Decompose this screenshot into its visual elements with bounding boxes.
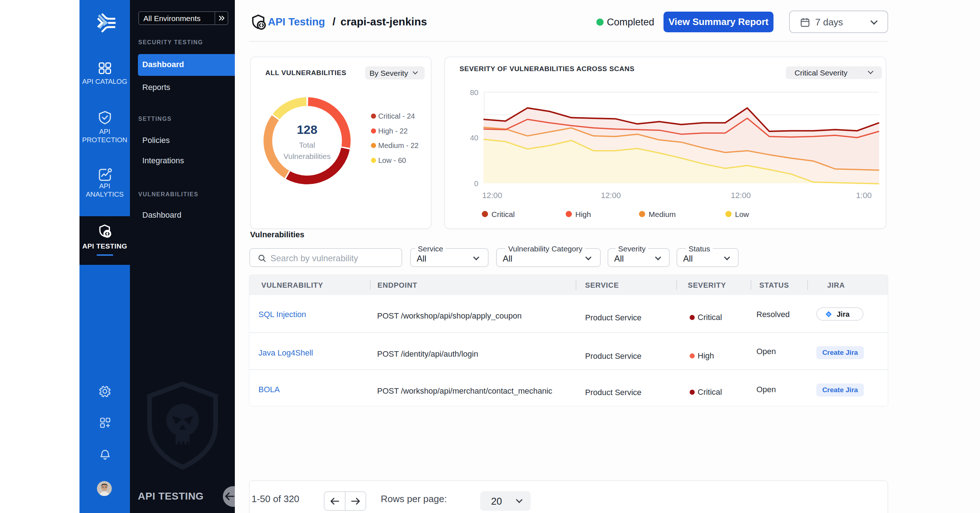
svg-text:12:00: 12:00 — [601, 191, 620, 200]
svg-text:12:00: 12:00 — [482, 191, 502, 200]
svg-text:40: 40 — [470, 133, 478, 142]
svg-text:Critical: Critical — [492, 210, 515, 218]
svg-text:High: High — [575, 210, 591, 218]
svg-text:1:00: 1:00 — [856, 191, 872, 200]
svg-text:12:00: 12:00 — [731, 191, 751, 200]
svg-text:Medium: Medium — [649, 210, 676, 218]
svg-text:Low: Low — [735, 210, 749, 218]
svg-text:80: 80 — [470, 88, 478, 97]
svg-text:0: 0 — [474, 179, 478, 187]
